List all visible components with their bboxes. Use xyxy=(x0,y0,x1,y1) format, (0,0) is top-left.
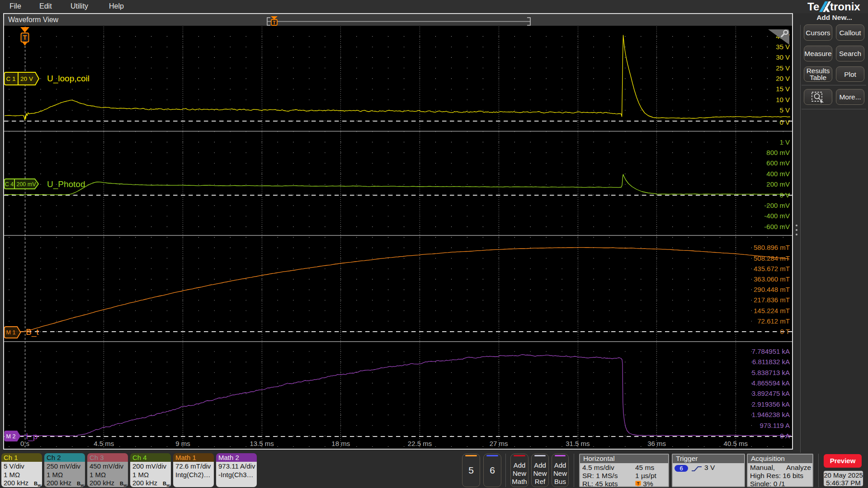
svg-text:18 ms: 18 ms xyxy=(331,440,350,447)
svg-text:30 V: 30 V xyxy=(776,53,790,61)
svg-text:400 mV: 400 mV xyxy=(766,170,790,178)
svg-text:35 V: 35 V xyxy=(776,43,790,51)
svg-text:20 V: 20 V xyxy=(20,75,33,82)
svg-text:I_p: I_p xyxy=(26,432,38,441)
svg-text:U_loop,coil: U_loop,coil xyxy=(47,74,90,84)
svg-text:-400 mV: -400 mV xyxy=(764,212,790,220)
svg-text:5 V: 5 V xyxy=(779,106,790,114)
svg-text:U_Photod: U_Photod xyxy=(47,179,85,189)
svg-text:72.612 mT: 72.612 mT xyxy=(757,317,790,325)
svg-text:145.224 mT: 145.224 mT xyxy=(754,307,790,314)
svg-text:2.919356 kA: 2.919356 kA xyxy=(752,400,790,408)
svg-text:217.836 mT: 217.836 mT xyxy=(754,296,790,304)
svg-text:0 V: 0 V xyxy=(779,191,790,199)
svg-text:C 4: C 4 xyxy=(5,181,14,188)
svg-text:363.060 mT: 363.060 mT xyxy=(754,275,790,283)
svg-text:7.784951 kA: 7.784951 kA xyxy=(752,347,790,355)
svg-text:5.838713 kA: 5.838713 kA xyxy=(752,369,790,376)
svg-text:9 ms: 9 ms xyxy=(175,440,190,447)
svg-text:13.5 ms: 13.5 ms xyxy=(250,440,274,447)
svg-text:1.946238 kA: 1.946238 kA xyxy=(752,411,790,418)
svg-text:290.448 mT: 290.448 mT xyxy=(754,286,790,293)
svg-text:27 ms: 27 ms xyxy=(490,440,508,447)
svg-text:T: T xyxy=(273,20,276,25)
svg-text:800 mV: 800 mV xyxy=(766,149,790,156)
svg-text:22.5 ms: 22.5 ms xyxy=(408,440,432,447)
svg-text:6.811832 kA: 6.811832 kA xyxy=(752,358,790,366)
svg-text:T: T xyxy=(637,481,640,486)
svg-text:600 mV: 600 mV xyxy=(766,159,790,167)
svg-text:580.896 mT: 580.896 mT xyxy=(754,244,790,251)
svg-text:508.284 mT: 508.284 mT xyxy=(754,254,790,262)
svg-text:C 1: C 1 xyxy=(6,75,15,82)
svg-text:M 1: M 1 xyxy=(6,329,16,336)
svg-text:0 V: 0 V xyxy=(779,118,790,126)
svg-text:4.865594 kA: 4.865594 kA xyxy=(752,379,790,387)
svg-text:15 V: 15 V xyxy=(776,85,790,93)
svg-text:T: T xyxy=(23,34,27,41)
svg-text:36 ms: 36 ms xyxy=(647,440,666,447)
svg-text:3.892475 kA: 3.892475 kA xyxy=(752,389,790,397)
svg-text:435.672 mT: 435.672 mT xyxy=(754,265,790,272)
svg-text:10 V: 10 V xyxy=(776,96,790,103)
svg-text:20 V: 20 V xyxy=(776,75,790,82)
svg-text:40.5 ms: 40.5 ms xyxy=(724,440,748,447)
svg-text:31.5 ms: 31.5 ms xyxy=(566,440,590,447)
svg-text:4.5 ms: 4.5 ms xyxy=(94,440,114,447)
svg-text:0 A: 0 A xyxy=(780,432,790,440)
svg-text:25 V: 25 V xyxy=(776,64,790,72)
svg-text:M 2: M 2 xyxy=(6,433,16,440)
svg-text:-600 mV: -600 mV xyxy=(764,223,790,230)
svg-text:0 T: 0 T xyxy=(780,328,790,335)
svg-text:1 V: 1 V xyxy=(779,138,790,146)
svg-text:200 mV: 200 mV xyxy=(766,180,790,188)
svg-text:973.119 A: 973.119 A xyxy=(760,422,790,429)
svg-text:200 mV: 200 mV xyxy=(16,181,36,188)
svg-text:B_t: B_t xyxy=(26,327,39,337)
svg-text:-200 mV: -200 mV xyxy=(764,202,790,209)
